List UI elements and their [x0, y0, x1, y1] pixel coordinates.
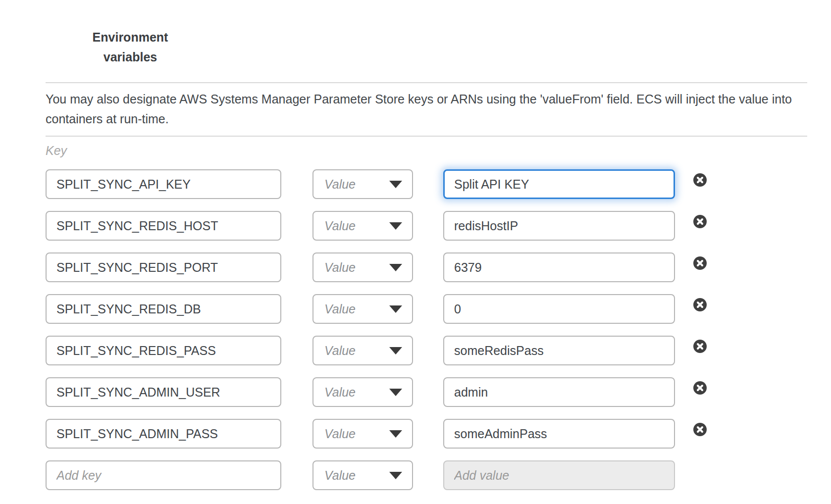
caret-down-icon: [389, 347, 402, 354]
divider-bottom: [46, 136, 807, 137]
value-type-label: Value: [324, 219, 356, 233]
value-type-select[interactable]: Value: [312, 169, 413, 199]
x-circle-icon: [693, 215, 707, 228]
divider-top: [46, 82, 807, 83]
help-text: You may also designate AWS Systems Manag…: [46, 89, 806, 129]
value-type-label: Value: [324, 468, 356, 483]
env-value-input[interactable]: [443, 211, 675, 241]
value-type-label: Value: [324, 344, 356, 358]
env-value-input[interactable]: [443, 377, 675, 407]
env-key-input[interactable]: [46, 294, 281, 324]
environment-variables-section-label: Environment variables: [81, 27, 180, 67]
value-type-label: Value: [324, 427, 356, 441]
caret-down-icon: [389, 389, 402, 396]
remove-row-button[interactable]: [693, 381, 707, 395]
x-circle-icon: [693, 256, 707, 270]
caret-down-icon: [389, 430, 402, 438]
value-type-label: Value: [324, 177, 356, 192]
env-key-input[interactable]: [46, 419, 281, 449]
value-type-select[interactable]: Value: [312, 377, 413, 407]
value-type-select[interactable]: Value: [312, 336, 413, 365]
env-value-input[interactable]: [443, 336, 675, 365]
x-circle-icon: [693, 173, 707, 187]
env-value-input[interactable]: [443, 252, 675, 282]
value-type-select[interactable]: Value: [312, 419, 413, 449]
env-key-input[interactable]: [46, 169, 281, 199]
value-type-label: Value: [324, 385, 356, 400]
x-circle-icon: [693, 381, 707, 395]
value-type-select[interactable]: Value: [312, 294, 413, 324]
env-var-row: Value: [46, 252, 807, 282]
add-value-input[interactable]: [443, 460, 675, 490]
env-value-input[interactable]: [443, 169, 675, 199]
value-type-select[interactable]: Value: [312, 211, 413, 241]
env-var-row: Value: [46, 377, 807, 407]
caret-down-icon: [389, 305, 402, 313]
remove-row-button[interactable]: [693, 298, 707, 311]
env-value-input[interactable]: [443, 294, 675, 324]
caret-down-icon: [389, 181, 402, 188]
env-key-input[interactable]: [46, 252, 281, 282]
value-type-select[interactable]: Value: [312, 460, 413, 490]
x-circle-icon: [693, 340, 707, 353]
remove-row-button[interactable]: [693, 256, 707, 270]
caret-down-icon: [389, 264, 402, 271]
remove-row-button[interactable]: [693, 340, 707, 353]
x-circle-icon: [693, 298, 707, 311]
remove-row-button[interactable]: [693, 173, 707, 187]
env-value-input[interactable]: [443, 419, 675, 449]
key-column-label: Key: [46, 145, 807, 157]
env-key-input[interactable]: [46, 211, 281, 241]
x-circle-icon: [693, 423, 707, 436]
env-var-row: Value: [46, 336, 807, 365]
env-var-row: Value: [46, 294, 807, 324]
remove-button-spacer: [693, 460, 707, 474]
value-type-label: Value: [324, 302, 356, 316]
value-type-label: Value: [324, 260, 356, 275]
env-var-row: Value: [46, 169, 807, 199]
env-key-input[interactable]: [46, 336, 281, 365]
remove-row-button[interactable]: [693, 423, 707, 436]
env-var-row: Value: [46, 419, 807, 449]
env-key-input[interactable]: [46, 377, 281, 407]
env-var-row: Value: [46, 211, 807, 241]
remove-row-button[interactable]: [693, 215, 707, 228]
add-env-var-row: Value: [46, 460, 807, 490]
value-type-select[interactable]: Value: [312, 252, 413, 282]
caret-down-icon: [389, 222, 402, 230]
add-key-input[interactable]: [46, 460, 281, 490]
caret-down-icon: [389, 472, 402, 479]
env-var-list: Value Value Value: [46, 169, 807, 490]
